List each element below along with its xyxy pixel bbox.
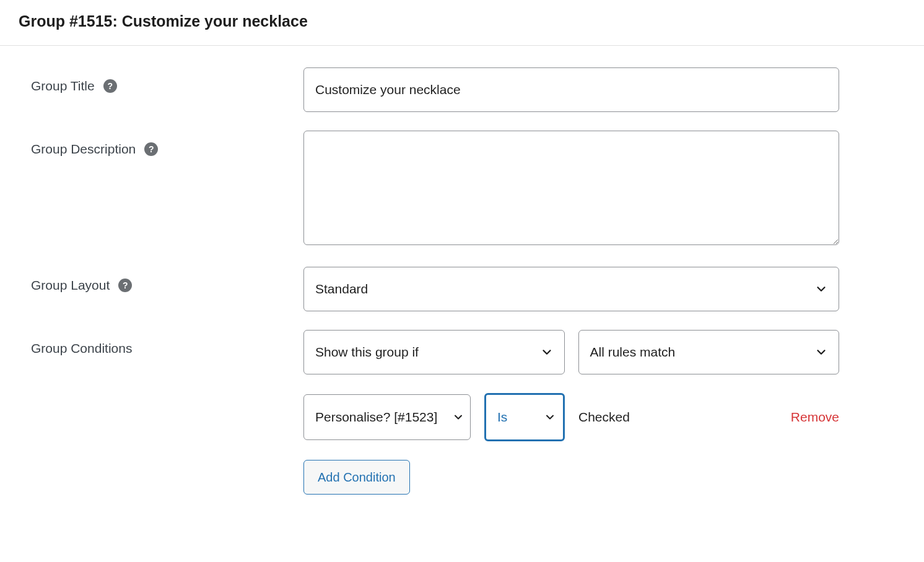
group-description-textarea[interactable] [303,131,839,245]
label-group-conditions-col: Group Conditions [31,330,303,356]
remove-condition-link[interactable]: Remove [791,410,839,425]
condition-match-wrap: All rules match [578,330,840,374]
label-group-title-col: Group Title ? [31,67,303,93]
condition-operator-wrap: Is [484,393,565,441]
condition-value: Checked [578,410,777,425]
label-group-description-col: Group Description ? [31,131,303,157]
condition-operator-selected: Is [497,410,507,425]
label-group-layout-col: Group Layout ? [31,267,303,293]
row-group-conditions: Group Conditions Show this group if All … [31,330,893,495]
label-group-conditions: Group Conditions [31,341,132,356]
condition-match-select[interactable]: All rules match [578,330,840,374]
add-condition-button[interactable]: Add Condition [303,460,410,495]
group-layout-select-wrap: Standard [303,267,839,311]
condition-action-selected: Show this group if [315,345,419,360]
help-icon[interactable]: ? [144,142,158,156]
condition-action-select[interactable]: Show this group if [303,330,565,374]
label-group-title: Group Title [31,79,95,93]
group-layout-select[interactable]: Standard [303,267,839,311]
label-group-layout: Group Layout [31,278,110,293]
row-group-title: Group Title ? [31,67,893,112]
row-group-description: Group Description ? [31,131,893,248]
row-group-layout: Group Layout ? Standard [31,267,893,311]
group-header: Group #1515: Customize your necklace [0,0,924,46]
condition-rule-row: Personalise? [#1523] Is Checked Remove [303,393,839,441]
add-condition-label: Add Condition [318,470,396,485]
conditions-top-row: Show this group if All rules match [303,330,839,374]
help-icon[interactable]: ? [118,279,132,292]
help-icon[interactable]: ? [103,79,117,93]
label-group-description: Group Description [31,142,136,157]
condition-match-selected: All rules match [590,345,676,360]
group-title-heading: Group #1515: Customize your necklace [19,12,905,30]
condition-field-select[interactable]: Personalise? [#1523] [303,394,471,440]
form-area: Group Title ? Group Description ? Group … [0,46,924,519]
group-layout-selected: Standard [315,282,368,296]
condition-field-wrap: Personalise? [#1523] [303,394,471,440]
condition-field-selected: Personalise? [#1523] [315,410,437,425]
group-title-input[interactable] [303,67,839,112]
condition-operator-select[interactable]: Is [484,393,565,441]
condition-action-wrap: Show this group if [303,330,565,374]
